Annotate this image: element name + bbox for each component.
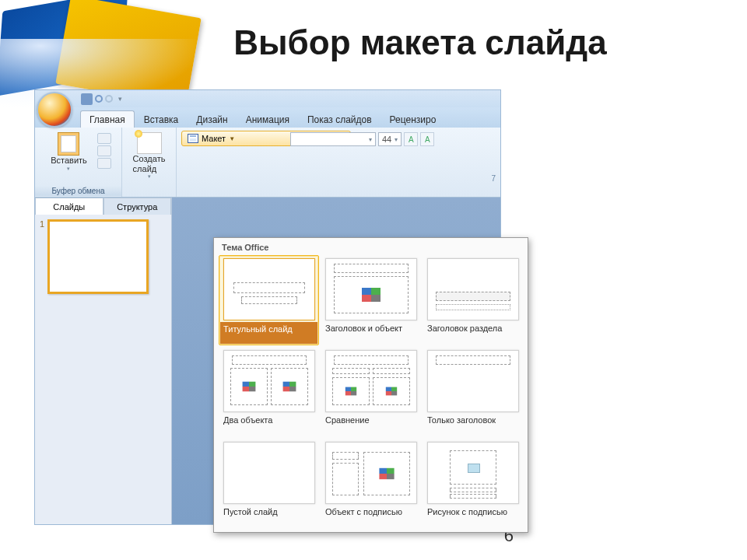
ribbon-tabs: Главная Вставка Дизайн Анимация Показ сл… [35, 107, 500, 128]
slide-thumbnail[interactable]: 1 [40, 219, 167, 294]
new-slide-button[interactable]: Создать слайд ▾ [128, 130, 171, 182]
layout-option-section[interactable]: Заголовок раздела [423, 255, 523, 345]
font-size-select[interactable]: 44▾ [378, 132, 402, 146]
chevron-down-icon: ▼ [229, 135, 235, 142]
layout-option-title-content[interactable]: Заголовок и объект [321, 255, 421, 345]
ribbon: Вставить ▾ Буфер обмена Создать слайд ▾ [35, 128, 500, 198]
shrink-font-icon[interactable]: A [420, 132, 434, 146]
save-icon[interactable] [81, 93, 93, 105]
tab-insert[interactable]: Вставка [135, 111, 188, 128]
layout-icon [188, 134, 198, 143]
layout-option-title[interactable]: Титульный слайд [219, 255, 319, 345]
redo-icon[interactable] [105, 95, 113, 103]
thumbnail-number: 1 [40, 219, 44, 294]
group-slides: Создать слайд ▾ [122, 128, 177, 197]
paste-button[interactable]: Вставить ▾ [45, 130, 93, 174]
page-title: Выбор макета слайда [124, 23, 716, 62]
pane-tab-slides[interactable]: Слайды [35, 198, 103, 215]
tab-design[interactable]: Дизайн [188, 111, 236, 128]
tab-review[interactable]: Рецензиро [381, 111, 445, 128]
paste-icon [58, 132, 79, 156]
layout-option-two-content[interactable]: Два объекта [219, 347, 319, 437]
pane-tab-outline[interactable]: Структура [103, 198, 172, 215]
layout-option-picture-caption[interactable]: Рисунок с подписью [423, 439, 523, 529]
qat-more-icon[interactable]: ▾ [118, 95, 122, 103]
slides-outline-pane: Слайды Структура 1 [35, 198, 172, 524]
layout-gallery: Тема Office Титульный слайд Заголовок и … [213, 237, 528, 533]
misc-7: 7 [491, 174, 496, 183]
tab-home[interactable]: Главная [80, 110, 135, 128]
format-painter-icon[interactable] [97, 158, 111, 169]
undo-icon[interactable] [95, 95, 103, 103]
office-button[interactable] [37, 92, 72, 128]
cut-icon[interactable] [97, 133, 111, 144]
quick-access-toolbar: ▾ [35, 90, 500, 107]
new-slide-icon [137, 132, 162, 154]
tab-animation[interactable]: Анимация [237, 111, 298, 128]
font-family-select[interactable]: ▾ [290, 132, 376, 146]
thumbnail-preview [47, 219, 149, 294]
tab-slideshow[interactable]: Показ слайдов [299, 111, 381, 128]
layout-option-content-caption[interactable]: Объект с подписью [321, 439, 421, 529]
grow-font-icon[interactable]: A [404, 132, 418, 146]
copy-icon[interactable] [97, 145, 111, 156]
group-label-clipboard: Буфер обмена [35, 186, 121, 196]
group-clipboard: Вставить ▾ Буфер обмена [35, 128, 122, 197]
layout-option-blank[interactable]: Пустой слайд [219, 439, 319, 529]
gallery-header: Тема Office [214, 238, 528, 255]
group-font: ▾ 44▾ A A [284, 128, 440, 151]
layout-option-title-only[interactable]: Только заголовок [423, 347, 523, 437]
layout-option-comparison[interactable]: Сравнение [321, 347, 421, 437]
